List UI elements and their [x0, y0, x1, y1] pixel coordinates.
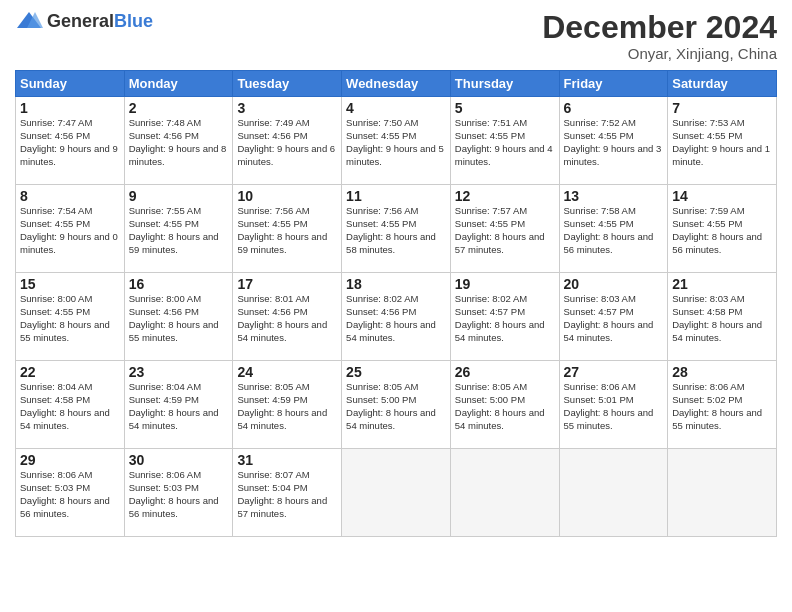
day-info: Sunrise: 8:06 AM Sunset: 5:03 PM Dayligh…: [20, 469, 120, 520]
day-number: 23: [129, 364, 229, 380]
day-number: 27: [564, 364, 664, 380]
calendar-cell: 30 Sunrise: 8:06 AM Sunset: 5:03 PM Dayl…: [124, 449, 233, 537]
day-info: Sunrise: 8:06 AM Sunset: 5:02 PM Dayligh…: [672, 381, 772, 432]
day-info: Sunrise: 8:07 AM Sunset: 5:04 PM Dayligh…: [237, 469, 337, 520]
calendar-body: 1 Sunrise: 7:47 AM Sunset: 4:56 PM Dayli…: [16, 97, 777, 537]
day-info: Sunrise: 7:50 AM Sunset: 4:55 PM Dayligh…: [346, 117, 446, 168]
day-number: 4: [346, 100, 446, 116]
calendar-week-row: 8 Sunrise: 7:54 AM Sunset: 4:55 PM Dayli…: [16, 185, 777, 273]
calendar-cell: 10 Sunrise: 7:56 AM Sunset: 4:55 PM Dayl…: [233, 185, 342, 273]
calendar-cell: 18 Sunrise: 8:02 AM Sunset: 4:56 PM Dayl…: [342, 273, 451, 361]
day-number: 28: [672, 364, 772, 380]
calendar-cell: 6 Sunrise: 7:52 AM Sunset: 4:55 PM Dayli…: [559, 97, 668, 185]
logo: GeneralBlue: [15, 10, 153, 32]
day-number: 21: [672, 276, 772, 292]
day-number: 26: [455, 364, 555, 380]
day-number: 1: [20, 100, 120, 116]
day-number: 9: [129, 188, 229, 204]
day-info: Sunrise: 7:56 AM Sunset: 4:55 PM Dayligh…: [346, 205, 446, 256]
day-number: 13: [564, 188, 664, 204]
day-number: 11: [346, 188, 446, 204]
day-number: 18: [346, 276, 446, 292]
logo-general: GeneralBlue: [47, 11, 153, 32]
day-number: 2: [129, 100, 229, 116]
calendar-cell: 21 Sunrise: 8:03 AM Sunset: 4:58 PM Dayl…: [668, 273, 777, 361]
calendar-cell: 23 Sunrise: 8:04 AM Sunset: 4:59 PM Dayl…: [124, 361, 233, 449]
day-number: 5: [455, 100, 555, 116]
calendar-cell: [559, 449, 668, 537]
day-number: 24: [237, 364, 337, 380]
day-number: 3: [237, 100, 337, 116]
day-number: 19: [455, 276, 555, 292]
calendar-cell: 2 Sunrise: 7:48 AM Sunset: 4:56 PM Dayli…: [124, 97, 233, 185]
calendar-cell: [342, 449, 451, 537]
day-number: 17: [237, 276, 337, 292]
day-info: Sunrise: 7:57 AM Sunset: 4:55 PM Dayligh…: [455, 205, 555, 256]
day-info: Sunrise: 7:59 AM Sunset: 4:55 PM Dayligh…: [672, 205, 772, 256]
calendar-week-row: 29 Sunrise: 8:06 AM Sunset: 5:03 PM Dayl…: [16, 449, 777, 537]
calendar-cell: 25 Sunrise: 8:05 AM Sunset: 5:00 PM Dayl…: [342, 361, 451, 449]
day-number: 6: [564, 100, 664, 116]
day-number: 20: [564, 276, 664, 292]
calendar-cell: 24 Sunrise: 8:05 AM Sunset: 4:59 PM Dayl…: [233, 361, 342, 449]
calendar-week-row: 22 Sunrise: 8:04 AM Sunset: 4:58 PM Dayl…: [16, 361, 777, 449]
calendar-header-row: SundayMondayTuesdayWednesdayThursdayFrid…: [16, 71, 777, 97]
day-info: Sunrise: 8:03 AM Sunset: 4:58 PM Dayligh…: [672, 293, 772, 344]
day-number: 12: [455, 188, 555, 204]
day-number: 15: [20, 276, 120, 292]
day-info: Sunrise: 8:06 AM Sunset: 5:03 PM Dayligh…: [129, 469, 229, 520]
calendar-cell: [668, 449, 777, 537]
day-of-week-header: Wednesday: [342, 71, 451, 97]
day-number: 25: [346, 364, 446, 380]
calendar-cell: 16 Sunrise: 8:00 AM Sunset: 4:56 PM Dayl…: [124, 273, 233, 361]
day-info: Sunrise: 7:53 AM Sunset: 4:55 PM Dayligh…: [672, 117, 772, 168]
location: Onyar, Xinjiang, China: [542, 45, 777, 62]
day-info: Sunrise: 8:02 AM Sunset: 4:56 PM Dayligh…: [346, 293, 446, 344]
calendar-week-row: 1 Sunrise: 7:47 AM Sunset: 4:56 PM Dayli…: [16, 97, 777, 185]
day-of-week-header: Tuesday: [233, 71, 342, 97]
day-of-week-header: Thursday: [450, 71, 559, 97]
calendar-cell: 26 Sunrise: 8:05 AM Sunset: 5:00 PM Dayl…: [450, 361, 559, 449]
day-info: Sunrise: 7:49 AM Sunset: 4:56 PM Dayligh…: [237, 117, 337, 168]
day-number: 10: [237, 188, 337, 204]
day-number: 14: [672, 188, 772, 204]
title-area: December 2024 Onyar, Xinjiang, China: [542, 10, 777, 62]
day-info: Sunrise: 8:00 AM Sunset: 4:56 PM Dayligh…: [129, 293, 229, 344]
calendar-week-row: 15 Sunrise: 8:00 AM Sunset: 4:55 PM Dayl…: [16, 273, 777, 361]
day-info: Sunrise: 7:58 AM Sunset: 4:55 PM Dayligh…: [564, 205, 664, 256]
calendar-cell: 29 Sunrise: 8:06 AM Sunset: 5:03 PM Dayl…: [16, 449, 125, 537]
header: GeneralBlue December 2024 Onyar, Xinjian…: [15, 10, 777, 62]
calendar-cell: 22 Sunrise: 8:04 AM Sunset: 4:58 PM Dayl…: [16, 361, 125, 449]
main-container: GeneralBlue December 2024 Onyar, Xinjian…: [0, 0, 792, 545]
calendar-cell: 14 Sunrise: 7:59 AM Sunset: 4:55 PM Dayl…: [668, 185, 777, 273]
day-info: Sunrise: 8:03 AM Sunset: 4:57 PM Dayligh…: [564, 293, 664, 344]
day-number: 29: [20, 452, 120, 468]
day-of-week-header: Saturday: [668, 71, 777, 97]
logo-icon: [15, 10, 43, 32]
day-number: 8: [20, 188, 120, 204]
day-info: Sunrise: 7:51 AM Sunset: 4:55 PM Dayligh…: [455, 117, 555, 168]
calendar-cell: 5 Sunrise: 7:51 AM Sunset: 4:55 PM Dayli…: [450, 97, 559, 185]
day-of-week-header: Monday: [124, 71, 233, 97]
day-info: Sunrise: 8:01 AM Sunset: 4:56 PM Dayligh…: [237, 293, 337, 344]
calendar-cell: [450, 449, 559, 537]
calendar-cell: 1 Sunrise: 7:47 AM Sunset: 4:56 PM Dayli…: [16, 97, 125, 185]
calendar-cell: 11 Sunrise: 7:56 AM Sunset: 4:55 PM Dayl…: [342, 185, 451, 273]
calendar-cell: 27 Sunrise: 8:06 AM Sunset: 5:01 PM Dayl…: [559, 361, 668, 449]
day-info: Sunrise: 8:04 AM Sunset: 4:59 PM Dayligh…: [129, 381, 229, 432]
month-title: December 2024: [542, 10, 777, 45]
day-number: 7: [672, 100, 772, 116]
calendar-cell: 12 Sunrise: 7:57 AM Sunset: 4:55 PM Dayl…: [450, 185, 559, 273]
calendar-cell: 15 Sunrise: 8:00 AM Sunset: 4:55 PM Dayl…: [16, 273, 125, 361]
day-info: Sunrise: 8:04 AM Sunset: 4:58 PM Dayligh…: [20, 381, 120, 432]
calendar-cell: 20 Sunrise: 8:03 AM Sunset: 4:57 PM Dayl…: [559, 273, 668, 361]
day-of-week-header: Friday: [559, 71, 668, 97]
calendar-cell: 9 Sunrise: 7:55 AM Sunset: 4:55 PM Dayli…: [124, 185, 233, 273]
calendar-cell: 28 Sunrise: 8:06 AM Sunset: 5:02 PM Dayl…: [668, 361, 777, 449]
day-info: Sunrise: 8:02 AM Sunset: 4:57 PM Dayligh…: [455, 293, 555, 344]
calendar-cell: 13 Sunrise: 7:58 AM Sunset: 4:55 PM Dayl…: [559, 185, 668, 273]
calendar-table: SundayMondayTuesdayWednesdayThursdayFrid…: [15, 70, 777, 537]
day-info: Sunrise: 7:56 AM Sunset: 4:55 PM Dayligh…: [237, 205, 337, 256]
calendar-cell: 8 Sunrise: 7:54 AM Sunset: 4:55 PM Dayli…: [16, 185, 125, 273]
day-number: 30: [129, 452, 229, 468]
